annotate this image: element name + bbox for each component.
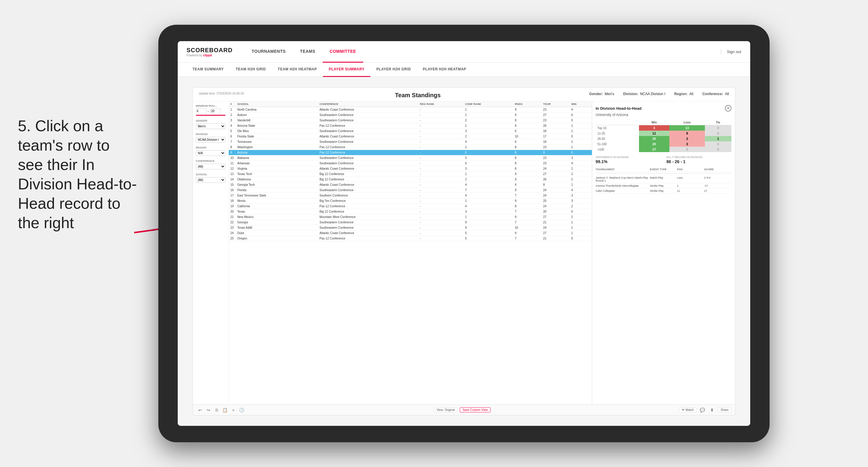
cell-tour: 23 bbox=[541, 155, 569, 161]
table-row[interactable]: 8 Washington Pac-12 Conference - 2 8 23 … bbox=[229, 145, 592, 150]
table-row[interactable]: 7 Tennessee Southeastern Conference - 4 … bbox=[229, 139, 592, 145]
cell-win: 1 bbox=[569, 166, 592, 172]
table-row[interactable]: 22 Georgia Southeastern Conference - 8 7… bbox=[229, 220, 592, 225]
table-row[interactable]: 13 Texas Tech Big 12 Conference - 1 9 27… bbox=[229, 172, 592, 177]
table-row[interactable]: 5 Ole Miss Southeastern Conference - 3 6… bbox=[229, 128, 592, 134]
cell-tour: 24 bbox=[541, 166, 569, 172]
h2h-label-26-50: 26-50 bbox=[596, 136, 639, 142]
region-select[interactable]: N/A East bbox=[196, 150, 225, 156]
subnav-player-summary[interactable]: PLAYER SUMMARY bbox=[323, 63, 370, 77]
gender-select[interactable]: Men's Women's bbox=[196, 123, 225, 129]
undo-button[interactable]: ↩ bbox=[196, 406, 204, 414]
min-rounds-input[interactable] bbox=[196, 108, 206, 114]
standings-table: # School Conference Reg Rank Conf Rank R… bbox=[229, 101, 592, 241]
school-select[interactable]: (All) bbox=[196, 177, 225, 183]
table-row[interactable]: 14 Oklahoma Big 12 Conference - 2 9 26 2 bbox=[229, 177, 592, 182]
cell-win: 3 bbox=[569, 193, 592, 198]
cell-conf-rank: 1 bbox=[463, 123, 513, 128]
cell-conference: Southern Conference bbox=[318, 193, 418, 198]
export-button[interactable]: ⬆ bbox=[709, 406, 716, 414]
comment-button[interactable]: 💬 bbox=[699, 406, 706, 414]
tablet-frame: SCOREBOARD Powered by clippd TOURNAMENTS… bbox=[158, 25, 770, 442]
gender-filter: Gender: Men's bbox=[589, 92, 614, 96]
conference-value: All bbox=[725, 92, 729, 96]
cell-conf-rank: 2 bbox=[463, 145, 513, 150]
h2h-row-26-50[interactable]: 26-50 25 2 1 bbox=[596, 136, 732, 142]
table-row[interactable]: 17 East Tennessee State Southern Confere… bbox=[229, 193, 592, 198]
h2h-wlt-value: 86 - 26 - 1 bbox=[666, 159, 732, 164]
logo-powered: Powered by clippd bbox=[187, 54, 232, 57]
nav-tournaments[interactable]: TOURNAMENTS bbox=[245, 41, 293, 63]
cell-school: North Carolina bbox=[236, 107, 318, 113]
tournament-row[interactable]: Arizona Thunderbirds Intercollegiate Str… bbox=[596, 183, 732, 188]
cell-school: Washington bbox=[236, 145, 318, 150]
h2h-row-11-25[interactable]: 11-25 11 8 0 bbox=[596, 131, 732, 136]
table-row[interactable]: 19 California Pac-12 Conference - 4 8 24… bbox=[229, 204, 592, 209]
subnav-player-h2h-grid[interactable]: PLAYER H2H GRID bbox=[370, 63, 417, 77]
gender-section: Gender Men's Women's bbox=[196, 119, 225, 129]
clock-button[interactable]: 🕐 bbox=[238, 406, 245, 414]
cell-tour: 8 bbox=[541, 182, 569, 188]
h2h-tie-51-100: 0 bbox=[705, 142, 732, 147]
h2h-close-button[interactable]: ✕ bbox=[725, 105, 732, 112]
cell-tour: 27 bbox=[541, 230, 569, 236]
watch-button[interactable]: 👁 Watch bbox=[679, 407, 696, 412]
h2h-row-51-100[interactable]: 51-100 20 3 0 bbox=[596, 142, 732, 147]
table-row[interactable]: 15 Georgia Tech Atlantic Coast Conferenc… bbox=[229, 182, 592, 188]
table-row[interactable]: 23 Texas A&M Southeastern Conference - 9… bbox=[229, 225, 592, 230]
subnav-team-summary[interactable]: TEAM SUMMARY bbox=[187, 63, 230, 77]
cell-school: California bbox=[236, 204, 318, 209]
cell-school: Oklahoma bbox=[236, 177, 318, 182]
table-row[interactable]: 9 Arizona Pac-12 Conference - 0 8 0 0 bbox=[229, 150, 592, 155]
nav-teams[interactable]: TEAMS bbox=[293, 41, 322, 63]
subnav-player-h2h-heatmap[interactable]: PLAYER H2H HEATMAP bbox=[417, 63, 472, 77]
save-custom-button[interactable]: Save Custom View bbox=[460, 407, 490, 412]
table-row[interactable]: 4 Arizona State Pac-12 Conference - 1 9 … bbox=[229, 123, 592, 128]
cell-reg-rank: - bbox=[418, 204, 463, 209]
update-time: Update time: 27/03/2024 16:56:26 bbox=[199, 92, 247, 95]
tournament-row[interactable]: Jackson T. Stephens Cup Men's Match-Play… bbox=[596, 175, 732, 183]
h2h-row-top10[interactable]: Top 10 3 13 0 bbox=[596, 125, 732, 131]
cell-tour: 24 bbox=[541, 225, 569, 230]
table-row[interactable]: 1 North Carolina Atlantic Coast Conferen… bbox=[229, 107, 592, 113]
cell-rank: 12 bbox=[229, 166, 236, 172]
max-rounds-input[interactable] bbox=[210, 108, 221, 114]
copy-button[interactable]: ⎘ bbox=[213, 406, 220, 414]
table-row[interactable]: 25 Oregon Pac-12 Conference - 5 7 21 0 bbox=[229, 236, 592, 241]
cell-rank: 15 bbox=[229, 182, 236, 188]
table-row[interactable]: 20 Texas Big 12 Conference - 3 7 20 0 bbox=[229, 209, 592, 214]
subnav-team-h2h-heatmap[interactable]: TEAM H2H HEATMAP bbox=[272, 63, 323, 77]
table-row[interactable]: 6 Florida State Atlantic Coast Conferenc… bbox=[229, 134, 592, 139]
redo-button[interactable]: ↪ bbox=[205, 406, 212, 414]
table-row[interactable]: 11 Arkansas Southeastern Conference - 6 … bbox=[229, 161, 592, 166]
sign-out-button[interactable]: Sign out bbox=[721, 50, 741, 54]
paste-button[interactable]: 📋 bbox=[221, 406, 229, 414]
cell-reg-rank: - bbox=[418, 182, 463, 188]
division-select[interactable]: NCAA Division I NCAA Division II bbox=[196, 137, 225, 143]
table-row[interactable]: 12 Virginia Atlantic Coast Conference - … bbox=[229, 166, 592, 172]
table-row[interactable]: 21 New Mexico Mountain West Conference -… bbox=[229, 214, 592, 220]
table-row[interactable]: 3 Vanderbilt Southeastern Conference - 2… bbox=[229, 118, 592, 123]
cell-win: 1 bbox=[569, 123, 592, 128]
view-original-button[interactable]: View: Original bbox=[434, 407, 458, 412]
table-row[interactable]: 2 Auburn Southeastern Conference - 1 9 2… bbox=[229, 113, 592, 118]
rounds-slider[interactable] bbox=[196, 115, 225, 116]
cell-rank: 2 bbox=[229, 113, 236, 118]
conference-select[interactable]: (All) Atlantic Coast Conference bbox=[196, 164, 225, 169]
add-button[interactable]: + bbox=[230, 406, 237, 414]
h2h-row-gt100[interactable]: >100 27 0 0 bbox=[596, 147, 732, 152]
cell-conference: Pac-12 Conference bbox=[318, 204, 418, 209]
cell-tour: 0 bbox=[541, 150, 569, 155]
nav-committee[interactable]: COMMITTEE bbox=[322, 41, 364, 63]
table-row[interactable]: 16 Florida Southeastern Conference - 7 9… bbox=[229, 188, 592, 193]
tournament-row[interactable]: Cabo Collegiate Stroke Play 11 17 bbox=[596, 188, 732, 193]
table-row[interactable]: 10 Alabama Southeastern Conference - 5 8… bbox=[229, 155, 592, 161]
subnav-team-h2h-grid[interactable]: TEAM H2H GRID bbox=[229, 63, 272, 77]
table-row[interactable]: 18 Illinois Big Ten Conference - 1 9 25 … bbox=[229, 198, 592, 204]
cell-conf-rank: 1 bbox=[463, 198, 513, 204]
cell-rnds: 7 bbox=[513, 209, 541, 214]
cell-conference: Atlantic Coast Conference bbox=[318, 166, 418, 172]
table-row[interactable]: 24 Duke Atlantic Coast Conference - 5 9 … bbox=[229, 230, 592, 236]
panel-title: Team Standings bbox=[247, 92, 589, 99]
share-button[interactable]: Share bbox=[718, 407, 732, 412]
